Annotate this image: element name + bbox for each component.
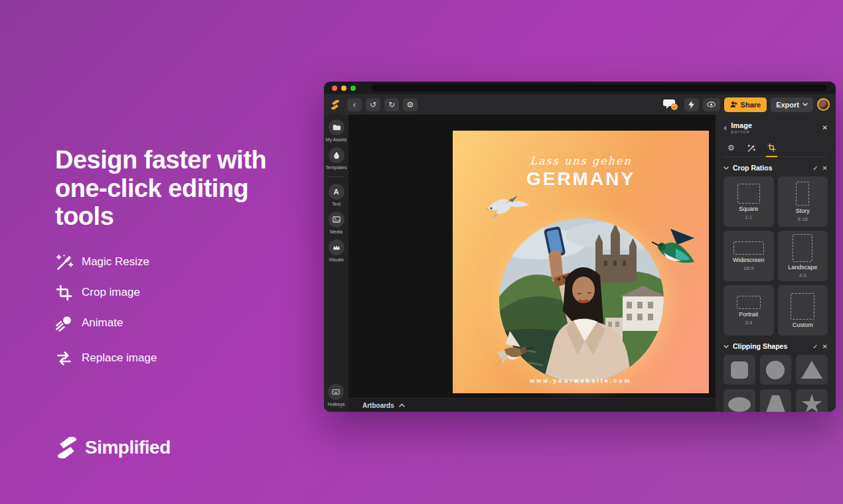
crop-ratio-custom[interactable]: Custom [778,285,828,336]
feature-label: Replace image [82,351,157,365]
back-button[interactable]: ‹ [347,98,362,111]
feature-magic-resize: Magic Resize [55,253,268,271]
left-sidebar: My Assets Templates A Text Media [324,115,348,412]
simplified-logo-icon [55,436,79,460]
feature-label: Magic Resize [82,255,149,269]
ratio-preview [793,234,812,262]
settings-gear-button[interactable]: ⚙ [403,98,418,111]
preview-eye-button[interactable] [703,98,720,111]
comments-icon[interactable] [663,98,679,111]
replace-icon [55,349,73,367]
cancel-x-icon[interactable]: ✕ [822,343,828,350]
tab-adjust-gear[interactable]: ⚙ [726,141,736,157]
panel-close-icon[interactable]: ✕ [822,124,828,131]
minimize-window-button[interactable] [341,86,346,91]
tab-magic-wand[interactable] [745,141,757,157]
ratio-preview [733,241,764,255]
clipping-shapes-grid [724,355,828,412]
triangle-icon [801,361,822,379]
export-button[interactable]: Export [771,97,813,112]
ellipse-icon [728,397,751,412]
brand-name: Simplified [85,437,171,458]
design-title-text[interactable]: GERMANY [453,168,709,190]
ratio-preview [737,296,761,309]
star-icon [801,395,822,412]
ratio-preview [737,184,760,204]
design-artboard[interactable]: Lass uns gehen GERMANY [453,131,709,393]
canvas-area[interactable]: Lass uns gehen GERMANY [348,115,716,412]
editor-window: ‹ ↺ ↻ ⚙ Share [324,82,836,412]
clip-shape-star[interactable] [796,389,828,412]
redo-button[interactable]: ↻ [384,98,399,111]
sidebar-divider [329,176,345,177]
maximize-window-button[interactable] [350,86,356,91]
clip-shape-trapezoid[interactable] [760,389,792,412]
app-logo-icon[interactable] [330,99,341,110]
crop-ratios-header: Crop Ratios ✓ ✕ [724,164,828,172]
design-website-text[interactable]: www.yourwebsite.com [453,377,709,384]
apply-check-icon[interactable]: ✓ [812,164,818,172]
simplified-logo: Simplified [55,436,171,460]
feature-list: Magic Resize Crop image Animate [55,253,268,367]
export-label: Export [776,101,799,109]
chevron-down-icon[interactable] [724,166,729,170]
hero-heading: Design faster with one-click editing too… [55,146,268,231]
sidebar-item-hotkeys[interactable]: Hotkeys [328,384,345,407]
panel-back-icon[interactable]: ‹ [724,123,727,132]
feature-animate: Animate [55,314,268,332]
close-window-button[interactable] [332,86,337,91]
undo-button[interactable]: ↺ [366,98,380,111]
crop-icon [55,284,73,302]
panel-title: Image [731,121,818,129]
media-icon [329,212,345,227]
feature-label: Animate [82,316,123,330]
hummingbird-left-image[interactable] [491,330,534,371]
url-bar[interactable] [372,84,826,92]
upgrade-bolt-button[interactable] [684,98,699,111]
design-tagline-text[interactable]: Lass uns gehen [453,155,709,167]
crop-ratio-square[interactable]: Square 1:1 [724,176,774,227]
clipping-shapes-header: Clipping Shapes ✓ ✕ [724,342,828,350]
share-label: Share [741,101,761,109]
crop-ratio-grid: Square 1:1 Story 9:16 Widescreen 16:9 La… [724,176,828,336]
share-button[interactable]: Share [724,97,767,112]
panel-tabs: ⚙ [724,141,828,157]
chevron-down-icon [803,103,808,106]
panel-subtitle: EDITOR [731,130,818,134]
crop-ratio-widescreen[interactable]: Widescreen 16:9 [724,231,774,281]
cancel-x-icon[interactable]: ✕ [822,164,828,172]
image-editor-panel: ‹ Image EDITOR ✕ ⚙ [716,115,836,412]
sidebar-item-visuals[interactable]: Visuals [329,239,345,262]
clip-shape-ellipse[interactable] [724,389,755,412]
apply-check-icon[interactable]: ✓ [812,343,818,350]
tab-crop[interactable] [766,141,777,157]
sidebar-item-my-assets[interactable]: My Assets [326,119,347,142]
feature-label: Crop image [82,286,140,299]
ratio-preview [796,182,809,206]
circle-icon [766,361,785,379]
animate-icon [55,314,73,332]
crown-icon [329,239,345,255]
hero-section: Design faster with one-click editing too… [55,146,268,380]
sidebar-item-templates[interactable]: Templates [326,147,347,170]
clip-shape-circle[interactable] [760,355,792,385]
editor-toolbar: ‹ ↺ ↻ ⚙ Share [324,94,836,115]
chevron-down-icon[interactable] [724,345,729,348]
browser-titlebar [324,82,836,94]
chevron-up-icon [399,403,405,407]
sidebar-item-text[interactable]: A Text [329,184,345,206]
artboards-bar[interactable]: Artboards [348,398,716,412]
user-avatar[interactable] [817,98,830,111]
clip-shape-triangle[interactable] [796,355,828,385]
clipping-shapes-title: Clipping Shapes [733,342,808,350]
clip-shape-rounded-square[interactable] [724,355,755,385]
crop-ratio-landscape[interactable]: Landscape 4:3 [778,231,828,281]
rounded-square-icon [731,361,748,379]
crop-ratio-portrait[interactable]: Portrait 3:4 [724,285,774,336]
crop-ratio-story[interactable]: Story 9:16 [778,176,828,227]
seagull-image[interactable] [485,192,532,221]
text-icon: A [329,184,345,200]
sidebar-item-media[interactable]: Media [329,212,345,234]
hummingbird-right-image[interactable] [652,227,696,267]
share-person-icon [730,101,738,108]
